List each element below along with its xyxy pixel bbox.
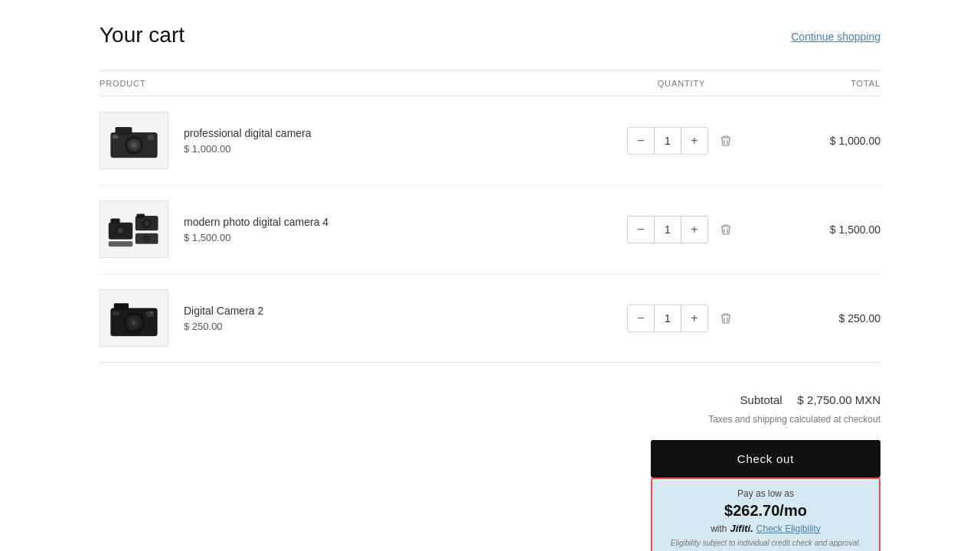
table-header: PRODUCT QUANTITY TOTAL (100, 70, 880, 96)
column-header-total: TOTAL (766, 79, 880, 88)
product-details-1: professional digital camera $ 1,000.00 (184, 127, 312, 155)
qty-value-3: 1 (654, 305, 681, 331)
product-info-2: modern photo digital camera 4 $ 1,500.00 (100, 201, 597, 258)
cart-items: professional digital camera $ 1,000.00 −… (100, 96, 880, 363)
jifiti-logo: Jifiti. (730, 523, 753, 534)
svg-rect-28 (146, 311, 155, 317)
qty-increase-3[interactable]: + (681, 305, 707, 331)
taxes-note: Taxes and shipping calculated at checkou… (708, 414, 880, 425)
product-name-3: Digital Camera 2 (184, 305, 263, 317)
quantity-control-1: − 1 + (597, 127, 766, 155)
product-price-3: $ 250.00 (184, 321, 263, 332)
column-header-quantity: QUANTITY (597, 79, 766, 88)
item-total-3: $ 250.00 (766, 312, 880, 324)
trash-icon-2 (720, 223, 732, 236)
svg-rect-22 (114, 303, 129, 310)
page-wrapper: Your cart Continue shopping PRODUCT QUAN… (69, 0, 911, 551)
qty-decrease-1[interactable]: − (628, 128, 654, 154)
table-row: Digital Camera 2 $ 250.00 − 1 + $ 250.00 (100, 274, 880, 362)
jifiti-with-row: with Jifiti. Check Eligibility (665, 523, 867, 534)
product-image-3 (100, 289, 168, 347)
qty-decrease-2[interactable]: − (628, 217, 654, 243)
product-info: professional digital camera $ 1,000.00 (100, 112, 597, 169)
qty-value-1: 1 (654, 128, 681, 154)
svg-rect-29 (113, 311, 119, 315)
svg-rect-7 (113, 135, 118, 139)
jifiti-pay-as-label: Pay as low as (665, 488, 867, 499)
trash-icon-1 (720, 135, 732, 147)
checkout-button[interactable]: Check out (651, 440, 880, 478)
item-total-2: $ 1,500.00 (766, 223, 880, 236)
product-price-1: $ 1,000.00 (184, 143, 312, 155)
cart-footer: Subtotal $ 2,750.00 MXN Taxes and shippi… (100, 393, 880, 551)
quantity-control-2: − 1 + (597, 216, 766, 243)
jifiti-widget: Pay as low as $262.70/mo with Jifiti. Ch… (651, 478, 880, 551)
product-details-3: Digital Camera 2 $ 250.00 (184, 305, 263, 332)
quantity-box-1: − 1 + (627, 127, 708, 155)
svg-rect-16 (137, 214, 145, 217)
delete-btn-1[interactable] (716, 131, 736, 151)
table-row: professional digital camera $ 1,000.00 −… (100, 96, 880, 185)
svg-rect-6 (148, 135, 155, 140)
product-image-2 (100, 201, 168, 258)
page-title: Your cart (100, 23, 185, 47)
quantity-box-2: − 1 + (627, 216, 708, 243)
svg-rect-1 (116, 127, 132, 135)
svg-point-27 (133, 321, 136, 324)
column-header-product: PRODUCT (100, 79, 597, 88)
svg-point-15 (144, 220, 149, 226)
subtotal-amount: $ 2,750.00 MXN (798, 393, 880, 406)
jifiti-disclaimer: Eligibility subject to individual credit… (665, 539, 867, 547)
qty-value-2: 1 (654, 217, 681, 243)
product-image-1 (100, 112, 168, 169)
svg-point-11 (119, 230, 122, 233)
jifiti-with-label: with (710, 523, 727, 534)
svg-rect-17 (109, 241, 133, 246)
product-name-1: professional digital camera (184, 127, 312, 139)
product-info-3: Digital Camera 2 $ 250.00 (100, 289, 597, 347)
product-details-2: modern photo digital camera 4 $ 1,500.00 (184, 216, 328, 243)
svg-point-30 (150, 311, 153, 315)
svg-point-5 (132, 143, 136, 147)
delete-btn-2[interactable] (716, 220, 736, 240)
product-price-2: $ 1,500.00 (184, 232, 328, 243)
qty-increase-1[interactable]: + (681, 128, 707, 154)
qty-decrease-3[interactable]: − (628, 305, 654, 331)
table-row: modern photo digital camera 4 $ 1,500.00… (100, 185, 880, 274)
item-total-1: $ 1,000.00 (766, 135, 880, 147)
page-header: Your cart Continue shopping (100, 23, 880, 47)
jifiti-check-eligibility-link[interactable]: Check Eligibility (756, 523, 821, 534)
jifiti-amount: $262.70/mo (665, 502, 867, 520)
quantity-control-3: − 1 + (597, 305, 766, 332)
trash-icon-3 (720, 312, 732, 324)
quantity-box-3: − 1 + (627, 305, 708, 332)
subtotal-row: Subtotal $ 2,750.00 MXN (740, 393, 880, 406)
qty-increase-2[interactable]: + (681, 217, 707, 243)
continue-shopping-link[interactable]: Continue shopping (791, 31, 880, 43)
svg-point-20 (145, 237, 149, 240)
delete-btn-3[interactable] (716, 308, 736, 328)
svg-rect-12 (110, 219, 119, 224)
product-name-2: modern photo digital camera 4 (184, 216, 328, 228)
subtotal-label: Subtotal (740, 393, 782, 406)
